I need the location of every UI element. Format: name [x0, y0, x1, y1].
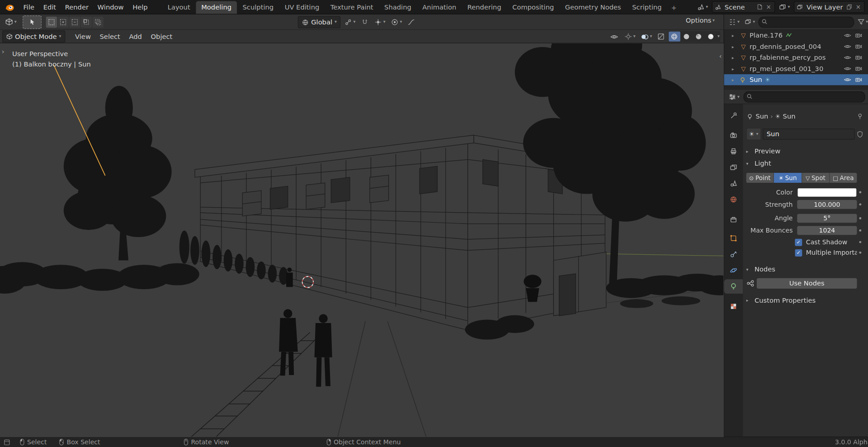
tab-modeling[interactable]: Modeling — [196, 1, 237, 14]
cast-shadow-checkbox[interactable]: ✓ — [795, 238, 802, 246]
options-dropdown[interactable]: Options ▾ — [686, 17, 715, 24]
light-name-field[interactable] — [763, 128, 854, 139]
pivot-point-dropdown[interactable]: ▾ — [343, 17, 357, 28]
disclosure-icon[interactable]: ▸ — [732, 66, 739, 71]
object-visibility-dropdown[interactable] — [609, 31, 621, 42]
breadcrumb-object[interactable]: Sun — [755, 113, 768, 120]
outliner-item-dennis[interactable]: ▸ ▽ rp_dennis_posed_004 — [724, 41, 868, 52]
proportional-falloff-button[interactable] — [406, 17, 417, 28]
menu-help[interactable]: Help — [128, 1, 152, 12]
disclosure-icon[interactable]: ▸ — [732, 55, 739, 60]
animate-dot[interactable] — [857, 203, 864, 205]
shading-solid-button[interactable] — [681, 32, 693, 42]
select-extend-button[interactable] — [69, 16, 80, 27]
breadcrumb-data[interactable]: Sun — [783, 113, 796, 120]
overlays-dropdown[interactable]: ▾ — [639, 31, 654, 42]
unlink-scene-button[interactable]: × — [765, 3, 772, 10]
properties-editor-type-button[interactable]: ▾ — [727, 91, 741, 102]
animate-dot[interactable] — [857, 229, 864, 232]
disclosure-icon[interactable]: ▸ — [732, 33, 739, 38]
max-bounces-field[interactable]: 1024 — [797, 226, 857, 235]
animate-dot[interactable] — [857, 241, 864, 243]
menu-object[interactable]: Object — [146, 31, 177, 42]
tab-physics-properties[interactable] — [724, 263, 743, 278]
tab-compositing[interactable]: Compositing — [507, 1, 560, 14]
viewport-editor-type-button[interactable]: ▾ — [3, 16, 18, 27]
select-subtract-button[interactable] — [81, 16, 92, 27]
outliner-display-mode-button[interactable]: ▾ — [743, 16, 757, 27]
tab-view-layer-properties[interactable] — [724, 160, 743, 175]
multiple-importance-checkbox[interactable]: ✓ — [795, 249, 802, 256]
tab-texture-properties[interactable] — [724, 299, 743, 314]
render-camera-icon[interactable] — [855, 54, 863, 62]
tab-constraints-properties[interactable] — [724, 247, 743, 262]
transform-orientation-dropdown[interactable]: Global ▾ — [298, 16, 341, 29]
hide-eye-icon[interactable] — [844, 43, 851, 50]
snap-target-dropdown[interactable]: ▾ — [373, 17, 387, 28]
toolbar-expand-arrow[interactable]: › — [2, 48, 5, 55]
viewport-canvas[interactable]: User Perspective (1) Balkon boczny | Sun… — [0, 43, 723, 437]
panel-custom-properties[interactable]: ▸ Custom Properties — [746, 295, 864, 305]
menu-render[interactable]: Render — [61, 1, 93, 12]
tab-uv-editing[interactable]: UV Editing — [279, 1, 325, 14]
tab-tool-properties[interactable] — [724, 108, 743, 123]
shading-material-button[interactable] — [693, 32, 705, 42]
active-tool-button[interactable] — [23, 15, 42, 29]
tab-scene-properties[interactable] — [724, 176, 743, 190]
render-camera-icon[interactable] — [855, 32, 863, 39]
remove-view-layer-button[interactable]: × — [854, 3, 862, 10]
hide-eye-icon[interactable] — [844, 54, 851, 62]
panel-nodes[interactable]: ▾ Nodes — [746, 264, 864, 274]
outliner-filter-button[interactable]: ▾ — [856, 16, 868, 27]
outliner-item-plane[interactable]: ▸ ▽ Plane.176 — [724, 30, 868, 41]
tab-object-properties[interactable] — [724, 231, 743, 246]
tab-sculpting[interactable]: Sculpting — [237, 1, 279, 14]
proportional-edit-dropdown[interactable]: ▾ — [389, 17, 404, 28]
view-layer-selector[interactable]: View Layer × — [794, 1, 865, 13]
light-type-point[interactable]: ⊙ Point — [746, 173, 774, 183]
scene-selector[interactable]: Scene × — [712, 1, 775, 13]
animate-dot[interactable] — [857, 252, 864, 254]
shading-rendered-button[interactable] — [705, 32, 717, 42]
tab-scripting[interactable]: Scripting — [627, 1, 667, 14]
select-tweak-button[interactable] — [46, 16, 57, 27]
menu-add[interactable]: Add — [125, 31, 146, 42]
render-camera-icon[interactable] — [855, 76, 863, 84]
tab-texture-paint[interactable]: Texture Paint — [325, 1, 379, 14]
tab-rendering[interactable]: Rendering — [462, 1, 507, 14]
tab-object-data-properties[interactable] — [724, 279, 743, 294]
fake-user-shield-icon[interactable] — [856, 130, 863, 138]
shading-wireframe-button[interactable] — [669, 32, 680, 42]
light-type-area[interactable]: □ Area — [830, 173, 857, 183]
outliner-search-input[interactable] — [759, 16, 854, 27]
outliner-item-sun[interactable]: ▸ Sun ☀ — [724, 74, 868, 85]
shading-dropdown[interactable]: ▾ — [717, 34, 720, 39]
light-type-spot[interactable]: ▽ Spot — [802, 173, 829, 183]
use-nodes-button[interactable]: Use Nodes — [757, 278, 857, 288]
tab-geometry-nodes[interactable]: Geometry Nodes — [560, 1, 627, 14]
new-scene-icon[interactable] — [757, 4, 763, 10]
tab-render-properties[interactable] — [724, 128, 743, 143]
disclosure-icon[interactable]: ▸ — [732, 44, 739, 49]
add-workspace-button[interactable]: + — [667, 2, 680, 14]
pin-icon[interactable] — [856, 113, 863, 120]
copy-view-layer-icon[interactable] — [846, 4, 852, 10]
render-camera-icon[interactable] — [855, 43, 863, 50]
sidebar-expand-arrow[interactable]: ‹ — [719, 52, 722, 60]
menu-edit[interactable]: Edit — [39, 1, 61, 12]
outliner-editor-type-button[interactable]: ▾ — [727, 16, 741, 27]
gizmos-dropdown[interactable]: ▾ — [623, 31, 637, 42]
menu-select[interactable]: Select — [95, 31, 125, 42]
render-camera-icon[interactable] — [855, 65, 863, 72]
angle-field[interactable]: 5° — [797, 214, 857, 223]
select-intersect-button[interactable] — [93, 16, 104, 27]
disclosure-icon[interactable]: ▸ — [732, 77, 739, 82]
tab-animation[interactable]: Animation — [417, 1, 462, 14]
tab-layout[interactable]: Layout — [162, 1, 195, 14]
color-swatch[interactable] — [797, 187, 857, 197]
outliner-item-mei[interactable]: ▸ ▽ rp_mei_posed_001_30 — [724, 63, 868, 74]
browse-light-data-button[interactable]: ☀ ▾ — [746, 128, 761, 140]
menu-view[interactable]: View — [71, 31, 95, 42]
select-box-button[interactable] — [57, 16, 68, 27]
strength-field[interactable]: 100.000 — [797, 200, 857, 209]
